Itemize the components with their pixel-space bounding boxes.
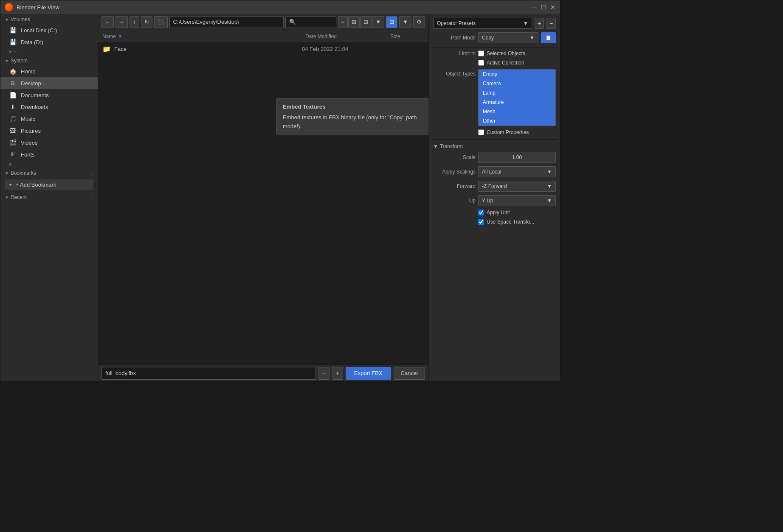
sidebar-item-label: Pictures — [21, 128, 41, 134]
sidebar-item-local-disk[interactable]: 💾 Local Disk (C:) — [0, 24, 98, 36]
forward-dropdown[interactable]: -Z Forward ▼ — [478, 181, 556, 192]
parent-dir-button[interactable]: ↑ — [130, 16, 139, 28]
window-controls: — ☐ ✕ — [531, 4, 556, 10]
custom-properties-checkbox[interactable] — [478, 129, 484, 135]
minimize-button[interactable]: — — [531, 4, 537, 10]
new-folder-button[interactable]: ⬛ — [154, 16, 168, 28]
limit-to-label: Limit to — [433, 50, 476, 56]
scale-row: Scale 1.00 — [431, 151, 558, 164]
file-row[interactable]: 📁 Face 04 Feb 2022 21:04 — [98, 43, 428, 55]
volumes-drag-handle: :: — [91, 17, 93, 22]
sidebar-item-fonts[interactable]: F Fonts — [0, 148, 98, 160]
use-space-transform-checkbox-item: Use Space Transfo... — [478, 219, 534, 225]
sidebar-item-data[interactable]: 💾 Data (D:) — [0, 36, 98, 48]
up-dropdown[interactable]: Y Up ▼ — [478, 195, 556, 206]
forward-button[interactable]: → — [115, 16, 128, 28]
active-collection-checkbox[interactable] — [478, 60, 484, 66]
cancel-button[interactable]: Cancel — [394, 367, 425, 380]
filter-options-button[interactable]: ▼ — [399, 16, 411, 28]
volumes-section-header[interactable]: ▼ Volumes :: — [0, 14, 98, 24]
recent-section-header[interactable]: ▼ Recent :: — [0, 192, 98, 202]
export-fbx-button[interactable]: Export FBX — [346, 367, 391, 380]
music-icon: 🎵 — [9, 115, 17, 123]
forward-value: -Z Forward — [482, 183, 507, 189]
path-mode-dropdown[interactable]: Copy ▼ — [478, 32, 538, 43]
tooltip-title: Embed Textures — [283, 103, 422, 112]
obj-type-mesh[interactable]: Mesh — [479, 107, 555, 116]
sidebar: ▼ Volumes :: 💾 Local Disk (C:) 💾 Data (D… — [0, 14, 98, 381]
sidebar-item-pictures[interactable]: 🖼 Pictures — [0, 125, 98, 137]
bookmarks-drag-handle: :: — [91, 171, 93, 176]
transform-arrow: ▼ — [433, 143, 438, 149]
recent-drag-handle: :: — [91, 195, 93, 200]
scale-input[interactable]: 1.00 — [478, 152, 556, 163]
selected-objects-row: Limit to Selected Objects — [431, 49, 558, 58]
sidebar-item-home[interactable]: 🏠 Home — [0, 65, 98, 77]
disk-icon-d: 💾 — [9, 38, 17, 46]
grid-view-2-button[interactable]: ⊟ — [360, 16, 372, 28]
system-section-header[interactable]: ▼ System :: — [0, 55, 98, 65]
search-input[interactable] — [285, 16, 336, 28]
back-button[interactable]: ← — [101, 16, 114, 28]
minus-button[interactable]: − — [318, 367, 330, 380]
transform-section-header[interactable]: ▼ Transform — [431, 141, 558, 151]
transform-label: Transform — [440, 143, 463, 149]
obj-type-armature[interactable]: Armature — [479, 98, 555, 107]
scale-label: Scale — [433, 154, 476, 160]
add-bookmark-button[interactable]: + + Add Bookmark — [5, 179, 93, 190]
copy-clipboard-button[interactable]: 📋 — [541, 32, 556, 43]
view-options-button[interactable]: ▼ — [372, 16, 384, 28]
apply-scalings-dropdown[interactable]: All Local ▼ — [478, 166, 556, 177]
close-button[interactable]: ✕ — [550, 4, 556, 10]
operator-presets-dropdown[interactable]: Operator Presets ▼ — [433, 18, 532, 29]
apply-scalings-row: Apply Scalings All Local ▼ — [431, 165, 558, 179]
bookmarks-section-header[interactable]: ▼ Bookmarks :: — [0, 168, 98, 178]
apply-unit-checkbox[interactable] — [478, 210, 484, 216]
selected-objects-checkbox-item: Selected Objects — [478, 50, 525, 56]
main-content: ▼ Volumes :: 💾 Local Disk (C:) 💾 Data (D… — [0, 14, 560, 381]
col-date-header[interactable]: Date Modified — [305, 34, 390, 39]
path-input[interactable] — [169, 16, 284, 28]
obj-type-lamp[interactable]: Lamp — [479, 88, 555, 98]
plus-button[interactable]: + — [332, 367, 343, 380]
refresh-button[interactable]: ↻ — [141, 16, 152, 28]
filter-button[interactable]: ⊟ — [386, 16, 397, 28]
use-space-transform-checkbox[interactable] — [478, 219, 484, 225]
sidebar-item-downloads[interactable]: ⬇ Downloads — [0, 101, 98, 113]
add-bookmark-label: + Add Bookmark — [16, 182, 56, 188]
videos-icon: 🎬 — [9, 139, 17, 146]
sidebar-item-music[interactable]: 🎵 Music — [0, 113, 98, 125]
col-size-header[interactable]: Size — [390, 34, 424, 39]
sidebar-item-documents[interactable]: 📄 Documents — [0, 89, 98, 101]
operator-presets-remove-button[interactable]: − — [546, 18, 556, 29]
grid-view-button[interactable]: ⊞ — [348, 16, 360, 28]
maximize-button[interactable]: ☐ — [541, 4, 546, 10]
sidebar-item-label: Fonts — [21, 151, 35, 158]
separator-1 — [431, 47, 558, 48]
filename-input[interactable] — [101, 367, 316, 380]
settings-button[interactable]: ⚙ — [413, 16, 425, 28]
active-collection-checkbox-item: Active Collection — [478, 60, 524, 66]
sidebar-item-label: Documents — [21, 92, 49, 98]
custom-properties-label: Custom Properties — [487, 129, 529, 135]
selected-objects-checkbox[interactable] — [478, 50, 484, 56]
obj-type-empty[interactable]: Empty — [479, 70, 555, 79]
operator-presets-label: Operator Presets — [437, 20, 476, 26]
selected-objects-label: Selected Objects — [487, 50, 525, 56]
object-types-dropdown: Empty Camera Lamp Armature Mesh Other — [478, 69, 556, 126]
col-name-header[interactable]: Name ▼ — [102, 34, 305, 39]
operator-presets-add-button[interactable]: + — [535, 18, 544, 29]
system-expand[interactable]: ▶ ··· — [9, 161, 17, 167]
obj-type-other[interactable]: Other — [479, 116, 555, 126]
system-label: System — [11, 58, 28, 64]
volumes-arrow: ▼ — [5, 17, 9, 22]
sidebar-item-videos[interactable]: 🎬 Videos — [0, 137, 98, 148]
volumes-expand[interactable]: ▶ ··· — [9, 49, 17, 54]
list-view-button[interactable]: ≡ — [338, 16, 348, 28]
path-mode-label: Path Mode — [433, 35, 476, 41]
sidebar-item-desktop[interactable]: 🖥 Desktop — [0, 77, 98, 89]
volumes-label: Volumes — [11, 17, 30, 22]
obj-type-camera[interactable]: Camera — [479, 79, 555, 88]
toolbar: ← → ↑ ↻ ⬛ ≡ ⊞ ⊟ ▼ ⊟ ▼ ⚙ — [98, 14, 428, 30]
documents-icon: 📄 — [9, 91, 17, 99]
